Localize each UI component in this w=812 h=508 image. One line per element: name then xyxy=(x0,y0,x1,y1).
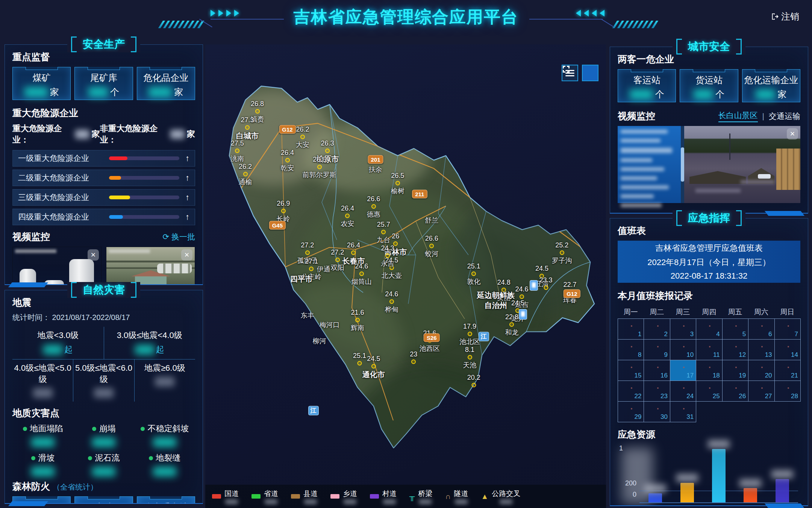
redacted-value xyxy=(344,499,356,504)
calendar-day-cell[interactable]: 26 xyxy=(723,381,748,402)
weather-dot-icon xyxy=(395,181,400,185)
video-close-button[interactable]: × xyxy=(181,249,192,261)
camera-video-view[interactable]: × xyxy=(684,126,800,203)
legend-item-桥梁[interactable]: ╥桥梁 xyxy=(409,489,432,504)
bar-group-row xyxy=(639,447,798,502)
calendar-day-cell[interactable]: 22 xyxy=(618,381,644,402)
scrollbar-thumb[interactable] xyxy=(681,147,684,181)
video-close-button[interactable]: × xyxy=(88,249,99,261)
video-thumbnail-plant[interactable]: × xyxy=(106,247,195,284)
calendar-day-cell[interactable]: 20 xyxy=(748,360,774,381)
bar-group-5 xyxy=(770,479,794,502)
redacted-value xyxy=(455,499,468,504)
legend-item-乡道[interactable]: 乡道 xyxy=(330,489,357,504)
close-icon: × xyxy=(91,250,96,260)
weather-dot-icon xyxy=(325,149,330,153)
calendar-day-cell[interactable]: 30 xyxy=(644,402,670,422)
place-name: 辉南 xyxy=(351,323,364,332)
resource-bar xyxy=(648,493,662,502)
calendar-day-cell[interactable]: 14 xyxy=(775,340,801,360)
video-card[interactable]: × 吉林市吉化北方炬赢工贸责任... xyxy=(106,247,195,284)
calendar-day-cell[interactable]: 4 xyxy=(696,319,722,340)
calendar-day-cell[interactable]: 10 xyxy=(670,340,696,360)
calendar-day-cell[interactable]: 5 xyxy=(723,319,748,340)
calendar-day-cell[interactable]: 28 xyxy=(775,381,801,402)
calendar-day-cell[interactable]: 6 xyxy=(748,319,774,340)
province-map[interactable]: 26.8镇赉27.3白城市27.5洮南26.2大安26.2通榆26.4乾安26.… xyxy=(205,44,606,508)
calendar-day-cell[interactable]: 15 xyxy=(618,360,644,381)
calendar-day-cell[interactable]: 17 xyxy=(670,360,696,381)
calendar-day-cell[interactable]: 31 xyxy=(670,402,696,422)
legend-item-隧道[interactable]: ∩隧道 xyxy=(445,489,468,504)
weather-dot-icon xyxy=(468,355,472,359)
weather-dot-icon xyxy=(389,299,394,304)
calendar-day-cell[interactable]: 1 xyxy=(618,319,644,340)
calendar-day-number: 17 xyxy=(686,372,694,379)
calendar-day-number: 24 xyxy=(686,393,694,400)
earthquake-range-label: 3.0级≤地震<4.0级 xyxy=(104,330,195,341)
legend-item-县道[interactable]: 县道 xyxy=(291,489,318,504)
video-thumbnail-gas-tanks[interactable]: × xyxy=(12,247,102,284)
calendar-day-number: 11 xyxy=(713,351,720,359)
place-name: 蛟河 xyxy=(425,249,438,258)
calendar-day-cell[interactable]: 21 xyxy=(775,360,801,381)
legend-label: 村道 xyxy=(382,489,397,499)
stat-card-coal-mine: 煤矿 家 xyxy=(12,67,71,100)
hazard-bar-row: 三级重大危险源企业↑ xyxy=(12,189,195,206)
calendar-day-cell[interactable]: 3 xyxy=(670,319,696,340)
temperature-value: 26.4 xyxy=(281,149,294,157)
temperature-value: 26.4 xyxy=(341,205,354,212)
link-divider: | xyxy=(762,112,764,121)
redacted-value xyxy=(94,388,114,398)
calendar-weekday-row: 周一周二周三周四周五周六周日 xyxy=(618,306,800,318)
calendar-day-cell[interactable]: 12 xyxy=(723,340,748,360)
calendar-day-cell[interactable]: 8 xyxy=(618,340,644,360)
tab-changbaishan[interactable]: 长白山景区 xyxy=(718,110,758,122)
calendar-day-number: 29 xyxy=(635,413,642,421)
calendar-day-cell[interactable]: 23 xyxy=(644,381,670,402)
legend-item-省道[interactable]: 省道 xyxy=(251,489,278,504)
video-close-button[interactable]: × xyxy=(787,128,798,140)
legend-item-村道[interactable]: 村道 xyxy=(370,489,397,504)
calendar-day-cell[interactable]: 7 xyxy=(775,319,801,340)
calendar-day-cell[interactable]: 27 xyxy=(748,381,774,402)
video-card[interactable]: × 长春巨峰气体有限责任公司 xyxy=(12,247,102,284)
calendar-day-cell[interactable]: 29 xyxy=(618,402,644,422)
hazard-bar-track xyxy=(109,156,179,160)
camera-list[interactable] xyxy=(618,126,681,203)
map-label: 22.8和龙 xyxy=(505,313,518,337)
place-name: 榆树 xyxy=(391,187,404,196)
legend-item-国道[interactable]: 国道 xyxy=(212,489,239,504)
camera-list-scrollbar[interactable] xyxy=(681,126,684,203)
calendar-day-cell[interactable]: 13 xyxy=(748,340,774,360)
map-fullscreen-button[interactable] xyxy=(582,65,598,81)
earthquake-heading: 地震 xyxy=(12,296,195,309)
report-dot-icon xyxy=(683,346,685,347)
legend-swatch-icon xyxy=(251,494,261,499)
report-dot-icon xyxy=(735,346,737,347)
calendar-day-cell[interactable]: 24 xyxy=(670,381,696,402)
calendar-day-cell[interactable]: 16 xyxy=(644,360,670,381)
calendar-day-cell[interactable]: 25 xyxy=(696,381,722,402)
redacted-value xyxy=(153,437,176,447)
calendar-day-cell[interactable]: 19 xyxy=(723,360,748,381)
legend-item-公路交叉[interactable]: ▲公路交叉 xyxy=(481,489,521,504)
calendar-day-cell[interactable]: 11 xyxy=(696,340,722,360)
calendar-day-number: 26 xyxy=(739,393,746,400)
logout-button[interactable]: 注销 xyxy=(771,11,799,23)
calendar-day-cell[interactable]: 2 xyxy=(644,319,670,340)
temperature-value: 26.6 xyxy=(303,156,336,164)
calendar-day-cell[interactable]: 9 xyxy=(644,340,670,360)
up-arrow-icon: ↑ xyxy=(185,193,189,202)
map-label: 东丰 xyxy=(301,311,314,320)
stat-card-freight-station: 货运站 个 xyxy=(680,69,738,102)
temperature-value: 25.1 xyxy=(353,352,366,360)
refresh-batch-button[interactable]: ⟳ 换一批 xyxy=(162,232,195,242)
calendar-day-number: 23 xyxy=(661,393,668,400)
tab-transport[interactable]: 交通运输 xyxy=(769,111,800,121)
calendar-day-number: 19 xyxy=(739,372,746,379)
calendar-day-cell[interactable]: 18 xyxy=(696,360,722,381)
calendar-day-number: 28 xyxy=(791,393,798,400)
duty-line3: 2022-08-17 18:31:32 xyxy=(671,271,747,281)
duty-card[interactable]: 吉林省应急管理厅应急值班表 2022年8月17日（今日，星期三） 2022-08… xyxy=(618,241,800,283)
